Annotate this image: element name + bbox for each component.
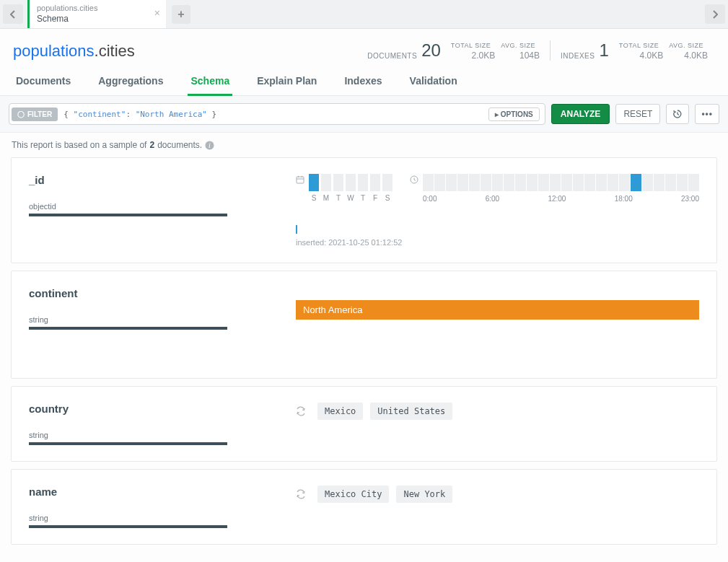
chevron-right-icon [712,10,718,19]
tab-nav-back-button[interactable] [3,4,23,24]
hour-bar[interactable] [596,174,607,191]
type-distribution-bar [29,442,227,445]
timeline-marker[interactable] [296,225,297,234]
field-card-country: country string Mexico United States [11,386,717,462]
hour-bar[interactable] [642,174,653,191]
field-card-name: name string Mexico City New York [11,469,717,545]
filter-input[interactable]: FILTER { "continent": "North America" } … [9,103,545,125]
caret-right-icon: ▸ [495,110,499,118]
value-list: Mexico United States [296,403,699,420]
tab-validation[interactable]: Validation [407,69,460,95]
hour-bar[interactable] [654,174,665,191]
ellipsis-icon: ••• [701,109,713,119]
value-list: Mexico City New York [296,486,699,503]
field-name: _id [29,174,296,186]
new-tab-button[interactable]: + [172,5,190,24]
indexes-count: 1 [599,40,608,61]
index-total-size-value: 4.0KB [639,51,663,61]
hour-bar[interactable] [584,174,595,191]
hour-bar[interactable] [434,174,445,191]
field-name: name [29,486,296,498]
day-bar[interactable] [382,174,392,191]
day-bar[interactable] [333,174,343,191]
tab-indexes[interactable]: Indexes [341,69,385,95]
hour-bar[interactable] [492,174,503,191]
index-avg-size-label: AVG. SIZE [669,42,703,51]
avg-size-value: 104B [519,51,540,61]
inserted-timestamp: inserted: 2021-10-25 01:12:52 [296,238,699,247]
hour-bar[interactable] [631,174,641,191]
field-card-id: _id objectid S M T W T F S [11,157,717,263]
tab-explain-plan[interactable]: Explain Plan [254,69,320,95]
day-bar[interactable] [309,174,319,191]
insert-timeline: inserted: 2021-10-25 01:12:52 [296,225,699,247]
history-icon [672,109,683,119]
close-tab-button[interactable]: × [154,7,160,19]
hour-histogram: 0:00 6:00 12:00 18:00 23:00 [410,174,699,191]
total-size-label: TOTAL SIZE [451,42,491,51]
hour-bar[interactable] [561,174,572,191]
value-chip[interactable]: Mexico [317,403,363,420]
day-bar[interactable] [321,174,331,191]
tab-nav-forward-button[interactable] [705,4,725,24]
hour-bar[interactable] [481,174,491,191]
collection-header: populations.cities DOCUMENTS 20 TOTAL SI… [0,29,728,65]
hour-bar[interactable] [550,174,561,191]
tab-documents[interactable]: Documents [13,69,74,95]
shuffle-icon[interactable] [296,406,306,416]
section-tabs: Documents Aggregations Schema Explain Pl… [0,69,728,96]
collection-stats: DOCUMENTS 20 TOTAL SIZE 2.0KB AVG. SIZE … [360,40,715,61]
history-button[interactable] [666,104,689,124]
index-total-size-label: TOTAL SIZE [619,42,659,51]
tab-title: populations.cities [37,4,159,12]
index-avg-size-value: 4.0KB [684,51,708,61]
tab-schema[interactable]: Schema [188,69,232,96]
hour-bar[interactable] [515,174,526,191]
field-name: continent [29,287,296,299]
breadcrumb: populations.cities [13,42,135,61]
sample-info: This report is based on a sample of 2 do… [0,133,728,157]
hour-bar[interactable] [423,174,434,191]
info-icon[interactable]: i [205,141,214,150]
hour-bar[interactable] [573,174,584,191]
clock-icon [410,175,418,184]
field-type: string [29,431,296,439]
day-bar[interactable] [370,174,380,191]
documents-stat-label: DOCUMENTS [367,51,417,61]
chevron-left-icon [10,10,16,19]
svg-text:i: i [209,141,211,149]
calendar-icon [296,175,304,184]
field-card-continent: continent string North America [11,271,717,379]
type-distribution-bar [29,214,227,216]
value-chip[interactable]: New York [396,486,452,503]
hour-bar[interactable] [619,174,630,191]
hour-bar[interactable] [527,174,538,191]
weekday-histogram: S M T W T F S [296,174,392,202]
hour-bar[interactable] [538,174,549,191]
day-bar[interactable] [358,174,368,191]
analyze-button[interactable]: ANALYZE [551,104,610,124]
reset-button[interactable]: RESET [615,104,660,124]
hour-bar[interactable] [688,174,699,191]
hour-bar[interactable] [665,174,676,191]
filter-options-button[interactable]: ▸OPTIONS [488,107,540,121]
hour-bar[interactable] [608,174,618,191]
collection-tab[interactable]: populations.cities Schema × [27,0,166,28]
value-chip[interactable]: Mexico City [317,486,389,503]
type-distribution-bar [29,327,227,330]
database-name[interactable]: populations [13,42,95,60]
filter-chip: FILTER [12,107,58,121]
tab-aggregations[interactable]: Aggregations [95,69,166,95]
shuffle-icon[interactable] [296,489,306,499]
value-distribution-bar[interactable]: North America [296,300,699,320]
hour-bar[interactable] [504,174,514,191]
hour-bar[interactable] [469,174,480,191]
hour-bar[interactable] [446,174,457,191]
hour-bar[interactable] [677,174,688,191]
type-distribution-bar [29,525,227,528]
hour-bar[interactable] [457,174,468,191]
day-bar[interactable] [346,174,356,191]
more-options-button[interactable]: ••• [695,104,719,124]
value-chip[interactable]: United States [370,403,452,420]
tab-subtitle: Schema [37,14,159,24]
